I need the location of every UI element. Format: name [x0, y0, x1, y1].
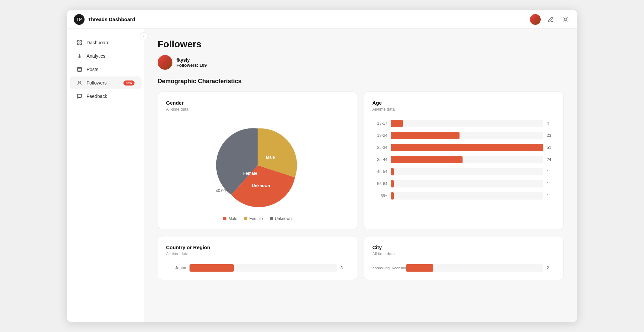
legend-label-female: Female — [249, 216, 263, 221]
profile-info: fkysly Followers: 109 — [176, 57, 207, 68]
age-card: Age All-time data 13-17 4 18-24 23 25-34… — [364, 92, 564, 229]
city-card: City All-time data Kaohsiung, Kaohsiung … — [364, 236, 564, 280]
sidebar-item-followers[interactable]: Followers new — [70, 76, 141, 89]
topbar-left: TP Threads Dashboard — [74, 14, 135, 25]
bar-value: 24 — [547, 157, 555, 162]
bar-fill — [190, 264, 234, 272]
country-card-title: Country or Region — [166, 244, 349, 250]
sidebar: ‹ Dashboard Analytics Posts — [67, 29, 144, 322]
app-window: TP Threads Dashboard ‹ Dashboard — [67, 10, 577, 322]
bar-label: 55-64 — [372, 181, 387, 186]
bar-track — [391, 168, 543, 175]
bar-label: Kaohsiung, Kaohsiung — [372, 266, 402, 270]
city-bar-chart: Kaohsiung, Kaohsiung 2 — [372, 263, 555, 272]
bar-row-age: 13-17 4 — [372, 120, 555, 127]
translate-icon[interactable] — [546, 15, 555, 24]
age-card-subtitle: All-time data — [372, 107, 555, 112]
gender-card-title: Gender — [166, 100, 349, 106]
svg-rect-3 — [80, 43, 82, 45]
main-layout: ‹ Dashboard Analytics Posts — [67, 29, 577, 322]
bar-value: 1 — [547, 169, 555, 174]
pie-svg: Male Female Unknown 32.38% 27.62% 40.00% — [214, 122, 301, 209]
sidebar-collapse-button[interactable]: ‹ — [140, 32, 148, 40]
gender-card: Gender All-time data — [158, 92, 357, 229]
bar-value: 23 — [547, 133, 555, 138]
dashboard-icon — [76, 40, 83, 46]
pie-legend: Male Female Unknown — [223, 216, 291, 221]
app-title: Threads Dashboard — [88, 16, 135, 22]
bar-row-age: 45-54 1 — [372, 168, 555, 175]
legend-unknown: Unknown — [270, 216, 292, 221]
bar-row-age: 55-64 1 — [372, 180, 555, 187]
city-card-subtitle: All-time data — [372, 252, 555, 256]
bar-value: 1 — [547, 193, 555, 198]
bar-track — [190, 264, 337, 272]
bar-value: 4 — [547, 121, 555, 126]
bar-value: 51 — [547, 145, 555, 150]
bar-row-country: Japan 3 — [166, 264, 349, 272]
svg-rect-2 — [80, 41, 82, 42]
country-bar-chart: Japan 3 — [166, 263, 349, 272]
bar-fill — [406, 264, 433, 272]
bar-track — [391, 156, 543, 163]
profile-avatar — [158, 55, 172, 70]
sidebar-item-posts[interactable]: Posts — [70, 63, 141, 76]
legend-dot-unknown — [270, 217, 273, 220]
bar-fill — [391, 168, 394, 175]
city-card-title: City — [372, 244, 555, 250]
analytics-icon — [76, 53, 83, 59]
bar-fill — [391, 180, 394, 187]
bar-label: 35-44 — [372, 157, 387, 162]
feedback-icon — [76, 93, 83, 99]
profile-username: fkysly — [176, 57, 207, 63]
bar-track — [391, 144, 543, 151]
sidebar-item-followers-label: Followers — [87, 80, 107, 86]
topbar: TP Threads Dashboard — [67, 10, 577, 29]
legend-male: Male — [223, 216, 237, 221]
bar-fill — [391, 132, 460, 139]
svg-rect-8 — [77, 67, 82, 71]
bar-track — [391, 132, 543, 139]
user-avatar[interactable] — [530, 14, 541, 25]
gender-card-subtitle: All-time data — [166, 107, 349, 112]
legend-dot-male — [223, 217, 226, 220]
settings-icon[interactable] — [561, 15, 570, 24]
section-title: Demographic Characteristics — [158, 78, 564, 85]
pie-label-female: Female — [243, 171, 257, 176]
bar-value: 1 — [547, 181, 555, 186]
bar-track — [391, 120, 543, 127]
sidebar-item-dashboard[interactable]: Dashboard — [70, 36, 141, 49]
bar-row-age: 25-34 51 — [372, 144, 555, 151]
bar-label: 18-24 — [372, 133, 387, 138]
profile-row: fkysly Followers: 109 — [158, 55, 564, 70]
bar-track — [391, 192, 543, 200]
svg-point-11 — [78, 81, 80, 83]
bar-value: 3 — [340, 266, 349, 270]
bar-row-age: 18-24 23 — [372, 132, 555, 139]
posts-icon — [76, 66, 83, 72]
sidebar-item-analytics[interactable]: Analytics — [70, 50, 141, 62]
pie-container: Male Female Unknown 32.38% 27.62% 40.00% — [166, 118, 349, 221]
bar-fill — [391, 156, 463, 163]
sidebar-item-analytics-label: Analytics — [87, 53, 105, 59]
bar-fill — [391, 144, 543, 151]
pie-pct-female: 40.00% — [216, 188, 229, 193]
bar-track — [391, 180, 543, 187]
sidebar-item-feedback[interactable]: Feedback — [70, 90, 141, 103]
age-bar-chart: 13-17 4 18-24 23 25-34 51 35-44 24 45-54 — [372, 118, 555, 200]
legend-dot-female — [244, 217, 247, 220]
bar-fill — [391, 192, 394, 200]
svg-rect-4 — [77, 43, 79, 45]
sidebar-item-posts-label: Posts — [87, 67, 98, 72]
sidebar-item-dashboard-label: Dashboard — [87, 40, 110, 45]
top-charts-row: Gender All-time data — [158, 92, 564, 229]
bar-value: 2 — [547, 266, 555, 270]
bar-label: 25-34 — [372, 145, 387, 150]
legend-label-male: Male — [228, 216, 237, 221]
bar-track — [406, 264, 543, 272]
svg-point-0 — [564, 18, 567, 21]
bar-row-age: 35-44 24 — [372, 156, 555, 163]
bar-label: 45-54 — [372, 169, 387, 174]
pie-label-unknown: Unknown — [252, 183, 270, 188]
app-logo: TP — [74, 14, 85, 25]
